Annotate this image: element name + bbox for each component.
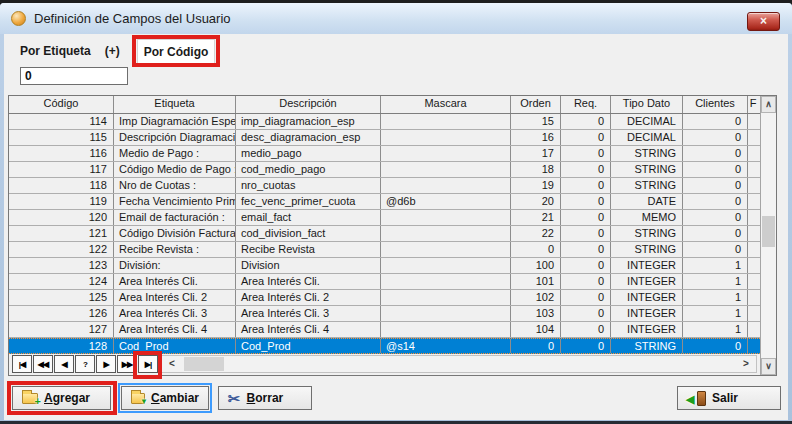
column-header-partial[interactable]: F [748,96,758,113]
cell-orden: 15 [511,114,561,129]
nav-first-button[interactable]: |◀ [12,355,32,373]
scroll-left-icon[interactable]: < [164,356,180,372]
table-row[interactable]: 123División:Division1000INTEGER1 [9,258,776,274]
cell-orden: 16 [511,130,561,145]
cell-req: 0 [561,114,611,129]
cell-mascara [381,162,511,177]
cell-codigo: 118 [9,178,114,193]
cell-clientes: 0 [683,162,748,177]
cell-descripcion: medio_pago [236,146,381,161]
app-icon [11,11,26,26]
cell-clientes: 0 [683,242,748,257]
nav-next-button[interactable]: ▶ [96,355,116,373]
nav-prev-button[interactable]: ◀ [54,355,74,373]
cell-codigo: 114 [9,114,114,129]
cell-req: 0 [561,162,611,177]
cell-clientes: 1 [683,274,748,289]
table-row[interactable]: 120Email de facturación :email_fact210ME… [9,210,776,226]
cell-orden: 17 [511,146,561,161]
cell-partial [748,306,758,321]
column-header-orden[interactable]: Orden [511,96,561,113]
table-row[interactable]: 124Area Interés Cli.Area Interés Cli.101… [9,274,776,290]
cell-clientes: 0 [683,339,748,353]
cell-req: 0 [561,322,611,337]
column-header-mascara[interactable]: Mascara [381,96,511,113]
cell-req: 0 [561,339,611,353]
vertical-scrollbar[interactable]: ∧ ∨ [760,96,776,375]
cell-etiqueta: Area Interés Cli. 3 [114,306,236,321]
table-row[interactable]: 117Código Medio de Pago :cod_medio_pago1… [9,162,776,178]
grid-bottom-strip: |◀◀◀◀?▶▶▶▶| < > [9,354,760,374]
column-header-descripcion[interactable]: Descripción [236,96,381,113]
scroll-right-icon[interactable]: > [738,356,754,372]
cell-partial [748,162,758,177]
close-button[interactable]: × [747,12,780,31]
scroll-up-icon[interactable]: ∧ [761,96,776,113]
horizontal-scrollbar[interactable]: < > [161,355,757,373]
cell-partial [748,274,758,289]
cell-tipo_dato: DATE [611,194,683,209]
table-row[interactable]: 114Imp Diagramación Especimp_diagramacio… [9,114,776,130]
cell-tipo_dato: INTEGER [611,290,683,305]
cell-etiqueta: Area Interés Cli. 4 [114,322,236,337]
titlebar[interactable]: Definición de Campos del Usuario × [0,3,792,34]
cell-codigo: 127 [9,322,114,337]
nav-search-button[interactable]: ? [75,355,95,373]
cell-partial [748,178,758,193]
column-header-tipo_dato[interactable]: Tipo Dato [611,96,683,113]
cell-partial [748,339,758,353]
column-header-req[interactable]: Req. [561,96,611,113]
scroll-down-icon[interactable]: ∨ [761,358,776,375]
column-header-codigo[interactable]: Código [9,96,114,113]
cell-codigo: 116 [9,146,114,161]
cell-partial [748,226,758,241]
cell-clientes: 1 [683,322,748,337]
folder-down-icon: ▼ [131,393,145,404]
horizontal-scrollbar-thumb[interactable] [184,357,224,371]
cambiar-button[interactable]: ▼ Cambiar [121,386,209,410]
cell-orden: 0 [511,339,561,353]
table-row[interactable]: 127Area Interés Cli. 4Area Interés Cli. … [9,322,776,338]
cell-descripcion: Recibe Revista [236,242,381,257]
vertical-scrollbar-thumb[interactable] [762,216,775,247]
nav-fast-prev-button[interactable]: ◀◀ [33,355,53,373]
cell-mascara [381,274,511,289]
cell-orden: 102 [511,290,561,305]
cell-descripcion: Area Interés Cli. 2 [236,290,381,305]
table-row[interactable]: 121Código División Facturaccod_division_… [9,226,776,242]
cell-codigo: 119 [9,194,114,209]
cell-etiqueta: Descripción Diagramació [114,130,236,145]
table-row[interactable]: 115Descripción Diagramaciódesc_diagramac… [9,130,776,146]
cell-partial [748,194,758,209]
column-header-clientes[interactable]: Clientes [683,96,748,113]
table-row[interactable]: 122Recibe Revista :Recibe Revista00STRIN… [9,242,776,258]
cell-mascara [381,242,511,257]
tab-por-etiqueta[interactable]: Por Etiqueta (+) [20,44,120,58]
table-row[interactable]: 128Cod_ProdCod_Prod@s1400STRING0 [9,338,776,354]
table-row[interactable]: 126Area Interés Cli. 3Area Interés Cli. … [9,306,776,322]
cell-mascara [381,306,511,321]
salir-button[interactable]: ◀ Salir [677,386,781,410]
cell-mascara [381,258,511,273]
table-row[interactable]: 125Area Interés Cli. 2Area Interés Cli. … [9,290,776,306]
cell-clientes: 1 [683,258,748,273]
cell-clientes: 0 [683,114,748,129]
cell-req: 0 [561,146,611,161]
cell-etiqueta: Area Interés Cli. 2 [114,290,236,305]
table-row[interactable]: 118Nro de Cuotas :nro_cuotas190STRING0 [9,178,776,194]
cell-descripcion: cod_medio_pago [236,162,381,177]
table-row[interactable]: 116Medio de Pago :medio_pago170STRING0 [9,146,776,162]
cell-descripcion: nro_cuotas [236,178,381,193]
borrar-button[interactable]: ✂ Borrar [218,386,312,410]
table-row[interactable]: 119Fecha Vencimiento Primfec_venc_primer… [9,194,776,210]
column-header-etiqueta[interactable]: Etiqueta [114,96,236,113]
cell-tipo_dato: STRING [611,146,683,161]
cell-mascara [381,322,511,337]
exit-arrow-glyph: ◀ [686,393,694,406]
code-filter-input[interactable] [20,67,128,85]
cell-mascara [381,290,511,305]
cell-tipo_dato: STRING [611,178,683,193]
cell-descripcion: Area Interés Cli. 4 [236,322,381,337]
cell-req: 0 [561,210,611,225]
tab-por-etiqueta-plus[interactable]: (+) [105,44,120,58]
